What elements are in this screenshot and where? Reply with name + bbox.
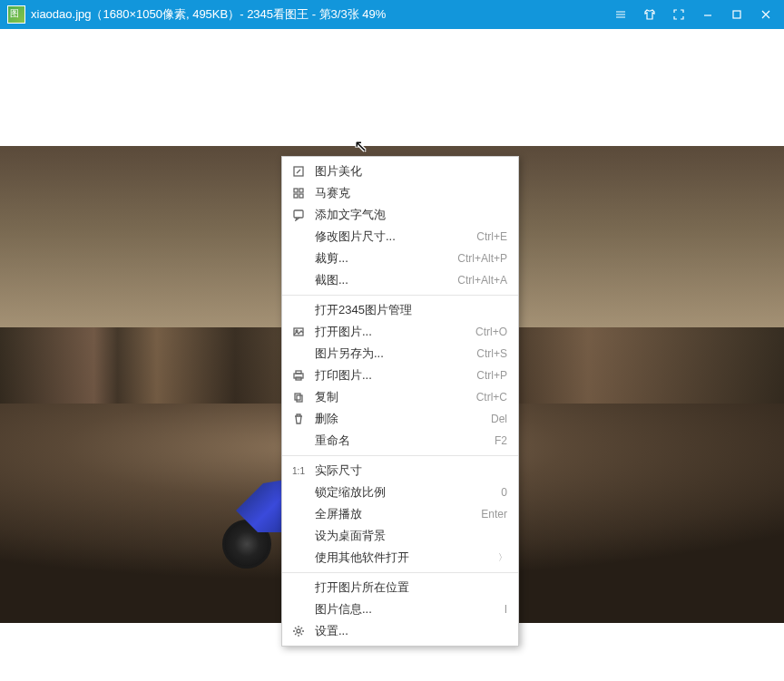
app-window: xiaodao.jpg（1680×1050像素, 495KB）- 2345看图王… [0,0,784,681]
window-title: xiaodao.jpg（1680×1050像素, 495KB）- 2345看图王… [31,6,606,23]
menu-rename[interactable]: 重命名F2 [282,430,518,452]
svg-rect-13 [297,395,302,402]
menu-save-as[interactable]: 图片另存为...Ctrl+S [282,343,518,365]
cursor-icon: ↖ [354,136,368,156]
menu-fullscreen[interactable]: 全屏播放Enter [282,503,518,525]
svg-point-14 [297,629,300,633]
menu-delete[interactable]: 删除Del [282,408,518,430]
menu-copy[interactable]: 复制Ctrl+C [282,386,518,408]
image-icon [289,326,308,338]
menu-lock-zoom[interactable]: 锁定缩放比例0 [282,482,518,503]
print-icon [289,369,308,382]
edit-icon [289,165,308,178]
maximize-button[interactable] [722,0,751,29]
svg-rect-5 [299,194,303,198]
menu-open-image[interactable]: 打开图片...Ctrl+O [282,321,518,343]
menu-separator [282,295,518,296]
menu-image-info[interactable]: 图片信息...I [282,598,518,620]
menu-mosaic[interactable]: 马赛克 [282,182,518,204]
menu-beautify[interactable]: 图片美化 [282,161,518,182]
menu-resize[interactable]: 修改图片尺寸...Ctrl+E [282,226,518,248]
menu-open-manager[interactable]: 打开2345图片管理 [282,299,518,321]
text-bubble-icon [289,209,308,221]
actual-size-icon: 1:1 [289,466,308,476]
copy-icon [289,391,308,404]
close-button[interactable] [751,0,780,29]
titlebar: xiaodao.jpg（1680×1050像素, 495KB）- 2345看图王… [0,0,784,29]
skin-button[interactable] [635,0,664,29]
svg-rect-3 [299,189,303,192]
minimize-button[interactable] [693,0,722,29]
menu-actual-size[interactable]: 1:1实际尺寸 [282,460,518,482]
app-icon [7,5,25,24]
menu-crop[interactable]: 裁剪...Ctrl+Alt+P [282,248,518,269]
menu-print[interactable]: 打印图片...Ctrl+P [282,365,518,386]
menu-separator [282,572,518,573]
fullscreen-button[interactable] [664,0,693,29]
menu-screenshot[interactable]: 截图...Ctrl+Alt+A [282,269,518,291]
menu-button[interactable] [606,0,635,29]
svg-rect-2 [294,189,298,192]
menu-text-bubble[interactable]: 添加文字气泡 [282,204,518,226]
svg-rect-6 [294,210,303,218]
svg-rect-4 [294,194,298,198]
trash-icon [289,413,308,425]
menu-open-location[interactable]: 打开图片所在位置 [282,577,518,598]
svg-rect-12 [295,394,300,400]
menu-open-with[interactable]: 使用其他软件打开〉 [282,547,518,569]
mosaic-icon [289,187,308,199]
context-menu: 图片美化 马赛克 添加文字气泡 修改图片尺寸...Ctrl+E 裁剪...Ctr… [281,156,519,647]
gear-icon [289,625,308,637]
chevron-right-icon: 〉 [498,551,507,564]
menu-settings[interactable]: 设置... [282,620,518,642]
menu-separator [282,455,518,456]
svg-rect-0 [733,11,740,18]
title-controls [606,0,780,29]
menu-wallpaper[interactable]: 设为桌面背景 [282,525,518,547]
